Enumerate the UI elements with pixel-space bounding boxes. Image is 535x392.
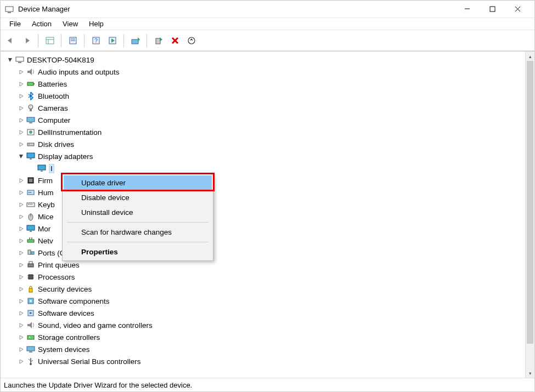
expander-expanded[interactable] — [17, 152, 25, 160]
svg-rect-97 — [27, 336, 34, 339]
scroll-thumb[interactable] — [527, 61, 533, 344]
delete-tb-button[interactable] — [167, 33, 183, 48]
scroll-down-arrow[interactable]: ▾ — [526, 368, 534, 378]
svg-rect-1 — [8, 12, 11, 13]
expander-collapsed[interactable] — [17, 309, 25, 317]
tree-category-23[interactable]: Universal Serial Bus controllers — [5, 355, 525, 367]
svg-marker-64 — [20, 215, 23, 219]
tree-category-21[interactable]: Storage controllers — [5, 331, 525, 343]
minimize-button[interactable] — [454, 1, 480, 18]
tree-category-0[interactable]: Audio inputs and outputs — [5, 66, 525, 78]
context-menu-item-scan-for-hardware-changes[interactable]: Scan for hardware changes — [64, 225, 212, 240]
svg-marker-95 — [27, 322, 32, 328]
svg-marker-47 — [19, 155, 23, 158]
svg-rect-101 — [29, 351, 32, 353]
titlebar: Device Manager — [1, 1, 534, 18]
menu-view[interactable]: View — [57, 19, 83, 29]
tree-node-label: Computer — [38, 116, 70, 124]
svg-rect-32 — [27, 82, 33, 86]
context-menu-item-disable-device[interactable]: Disable device — [64, 190, 212, 205]
svg-marker-88 — [20, 299, 23, 303]
svg-marker-55 — [20, 191, 23, 195]
expander-expanded[interactable] — [6, 56, 14, 64]
forward-button[interactable] — [19, 33, 35, 48]
expander-collapsed[interactable] — [17, 68, 25, 76]
expander-collapsed[interactable] — [17, 189, 25, 196]
tree-category-19[interactable]: Software devices — [5, 307, 525, 319]
svg-rect-27 — [16, 57, 24, 61]
svg-marker-6 — [8, 38, 12, 43]
scroll-track[interactable] — [526, 61, 534, 368]
context-menu-separator — [67, 222, 209, 223]
tree-category-3[interactable]: Cameras — [5, 102, 525, 114]
uninstall-tb-button[interactable] — [151, 33, 166, 48]
tree-category-2[interactable]: Bluetooth — [5, 90, 525, 102]
sound-icon — [26, 320, 36, 330]
expander-collapsed[interactable] — [17, 92, 25, 100]
tree-node-label: DellInstrumentation — [38, 128, 102, 137]
svg-marker-94 — [20, 323, 23, 327]
maximize-button[interactable] — [480, 1, 505, 18]
expander-collapsed[interactable] — [17, 116, 25, 124]
expander-collapsed[interactable] — [17, 357, 25, 365]
expander-collapsed[interactable] — [17, 333, 25, 341]
tree-category-16[interactable]: Processors — [5, 271, 525, 283]
expander-collapsed[interactable] — [17, 285, 25, 293]
expander-collapsed[interactable] — [17, 201, 25, 208]
menu-action[interactable]: Action — [26, 19, 57, 29]
expander-collapsed[interactable] — [17, 213, 25, 220]
tree-category-1[interactable]: Batteries — [5, 78, 525, 90]
tree-category-18[interactable]: Software components — [5, 295, 525, 307]
expander-collapsed[interactable] — [17, 177, 25, 184]
tree-category-22[interactable]: System devices — [5, 343, 525, 355]
tree-node-label: Storage controllers — [38, 333, 100, 342]
expander-collapsed[interactable] — [17, 237, 25, 245]
vertical-scrollbar[interactable]: ▴ ▾ — [525, 52, 534, 378]
monitor-icon — [26, 224, 36, 234]
scan-hardware-tb-button[interactable] — [184, 33, 199, 48]
svg-rect-45 — [27, 143, 34, 146]
context-menu-item-update-driver[interactable]: Update driver — [64, 175, 212, 190]
expander-collapsed[interactable] — [17, 273, 25, 281]
expander-collapsed[interactable] — [17, 345, 25, 353]
svg-marker-102 — [20, 360, 23, 363]
help-tb-button[interactable]: ? — [88, 33, 104, 48]
expander-collapsed[interactable] — [17, 128, 25, 136]
update-driver-tb-button[interactable] — [128, 33, 143, 48]
svg-text:?: ? — [94, 38, 98, 44]
scroll-up-arrow[interactable]: ▴ — [526, 52, 534, 61]
expander-collapsed[interactable] — [17, 297, 25, 305]
tree-category-17[interactable]: Security devices — [5, 283, 525, 295]
tree-node-label: Software components — [38, 297, 110, 305]
printer-icon — [26, 260, 36, 270]
tree-category-6[interactable]: Disk drives — [5, 138, 525, 150]
context-menu-item-uninstall-device[interactable]: Uninstall device — [64, 205, 212, 220]
tree-device-selected[interactable]: I — [5, 162, 525, 174]
svg-marker-31 — [20, 82, 23, 86]
tree-category-4[interactable]: Computer — [5, 114, 525, 126]
tree-root[interactable]: DESKTOP-504K819 — [5, 54, 525, 66]
tree-category-7[interactable]: Display adapters — [5, 150, 525, 162]
svg-rect-79 — [29, 262, 32, 264]
back-button[interactable] — [3, 33, 18, 48]
expander-collapsed[interactable] — [17, 249, 25, 257]
svg-rect-39 — [27, 117, 35, 122]
show-hide-tree-button[interactable] — [42, 33, 58, 48]
context-menu-item-properties[interactable]: Properties — [64, 245, 212, 259]
tree-category-20[interactable]: Sound, video and game controllers — [5, 319, 525, 331]
tree-category-5[interactable]: DellInstrumentation — [5, 126, 525, 138]
enable-tb-button[interactable] — [105, 33, 120, 48]
svg-marker-70 — [20, 239, 23, 243]
svg-marker-19 — [138, 37, 140, 42]
expander-collapsed[interactable] — [17, 321, 25, 329]
close-button[interactable] — [505, 1, 530, 18]
expander-collapsed[interactable] — [17, 80, 25, 88]
expander-collapsed[interactable] — [17, 104, 25, 112]
menu-file[interactable]: File — [4, 19, 26, 29]
expander-collapsed[interactable] — [17, 225, 25, 232]
menu-help[interactable]: Help — [83, 19, 109, 29]
expander-collapsed[interactable] — [17, 261, 25, 269]
expander-collapsed[interactable] — [17, 140, 25, 148]
context-menu[interactable]: Update driverDisable deviceUninstall dev… — [62, 174, 213, 261]
properties-tb-button[interactable] — [65, 33, 81, 48]
